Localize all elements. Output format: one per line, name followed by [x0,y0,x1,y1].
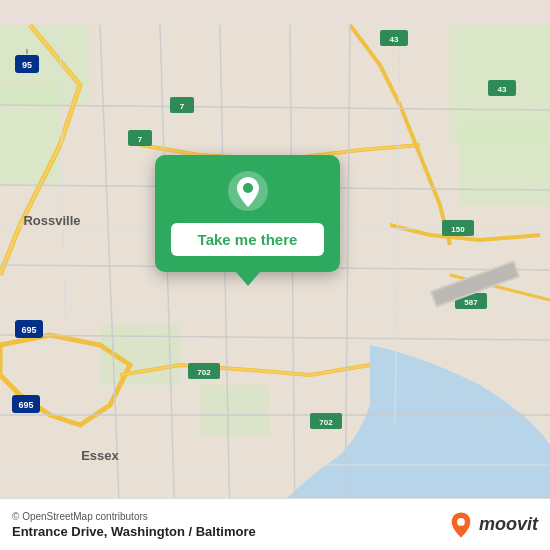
moovit-pin-icon [447,511,475,539]
moovit-logo: moovit [447,511,538,539]
map-container: 95 I 695 695 7 7 43 43 150 587 702 702 R… [0,0,550,550]
svg-text:I: I [26,48,28,55]
svg-point-51 [457,518,465,526]
svg-text:95: 95 [22,60,32,70]
popup-card: Take me there [155,155,340,272]
svg-text:150: 150 [451,225,465,234]
bottom-bar: © OpenStreetMap contributors Entrance Dr… [0,498,550,550]
svg-text:702: 702 [319,418,333,427]
location-label: Entrance Drive, Washington / Baltimore [12,524,256,539]
location-pin-icon [226,169,270,213]
svg-text:702: 702 [197,368,211,377]
svg-text:587: 587 [464,298,478,307]
svg-rect-3 [460,125,550,205]
svg-text:695: 695 [18,400,33,410]
take-me-there-button[interactable]: Take me there [171,223,324,256]
moovit-brand-text: moovit [479,514,538,535]
svg-text:7: 7 [138,135,143,144]
svg-text:Rossville: Rossville [23,213,80,228]
svg-text:Essex: Essex [81,448,119,463]
svg-text:7: 7 [180,102,185,111]
location-info: © OpenStreetMap contributors Entrance Dr… [12,511,256,539]
svg-rect-4 [0,85,60,185]
map-background: 95 I 695 695 7 7 43 43 150 587 702 702 R… [0,0,550,550]
svg-text:43: 43 [390,35,399,44]
svg-rect-6 [200,385,270,435]
svg-text:43: 43 [498,85,507,94]
svg-point-50 [243,183,253,193]
svg-text:695: 695 [21,325,36,335]
copyright-text: © OpenStreetMap contributors [12,511,256,522]
